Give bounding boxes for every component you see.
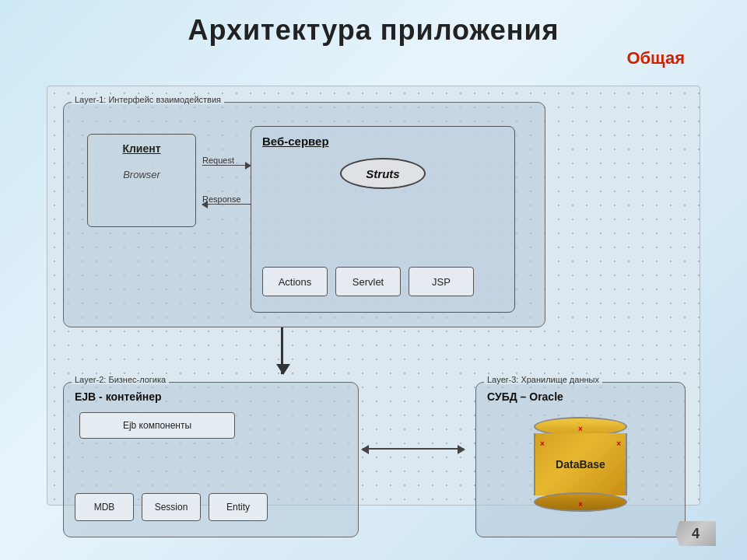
lr-arrow — [363, 448, 464, 450]
x-right: × — [616, 439, 621, 448]
ejb-sub-row: MDB Session Entity — [75, 493, 268, 521]
webserver-title: Веб-сервер — [262, 135, 514, 148]
layer1-label: Layer-1: Интерфейс взаимодействия — [72, 95, 224, 104]
x-top: × — [578, 425, 583, 433]
db-label: DataBase — [556, 458, 605, 471]
ejb-title: EJB - контейнер — [75, 390, 358, 403]
db-title: СУБД – Oracle — [487, 390, 685, 403]
x-left: × — [540, 439, 545, 448]
down-arrow — [281, 327, 283, 374]
struts-label: Struts — [340, 158, 426, 189]
ejb-components-box: Ejb компоненты — [79, 412, 235, 439]
session-box: Session — [142, 493, 201, 521]
mdb-box: MDB — [75, 493, 134, 521]
db-bottom: × — [534, 492, 627, 512]
response-label: Response — [202, 194, 241, 204]
layer3-label: Layer-3: Хранилище данных — [484, 375, 602, 384]
page-title: Архитектура приложения — [0, 0, 747, 47]
diagram-container: Layer-1: Интерфейс взаимодействия Клиент… — [47, 86, 700, 506]
jsp-box: JSP — [409, 267, 474, 296]
x-bottom: × — [578, 500, 583, 509]
layer3-box: Layer-3: Хранилище данных СУБД – Oracle … — [475, 382, 686, 537]
layer2-label: Layer-2: Бизнес-логика — [72, 375, 169, 384]
browser-label: Browser — [123, 169, 160, 180]
slide-number: 4 — [675, 521, 716, 546]
request-label: Request — [202, 156, 234, 165]
layer2-box: Layer-2: Бизнес-логика EJB - контейнер E… — [63, 382, 359, 537]
webserver-box: Веб-сервер Struts Actions Servlet JSP — [251, 126, 515, 313]
actions-box: Actions — [262, 267, 328, 296]
client-title: Клиент — [122, 142, 160, 155]
component-row: Actions Servlet JSP — [262, 267, 474, 296]
response-arrow — [202, 204, 251, 205]
entity-box: Entity — [209, 493, 268, 521]
request-arrow — [202, 165, 251, 166]
database-cylinder: × DataBase × × × — [534, 414, 627, 515]
client-box: Клиент Browser — [87, 134, 196, 227]
page-subtitle: Общая — [0, 48, 747, 68]
layer1-box: Layer-1: Интерфейс взаимодействия Клиент… — [63, 102, 545, 327]
db-body: DataBase × × — [534, 433, 627, 495]
servlet-box: Servlet — [335, 267, 401, 296]
